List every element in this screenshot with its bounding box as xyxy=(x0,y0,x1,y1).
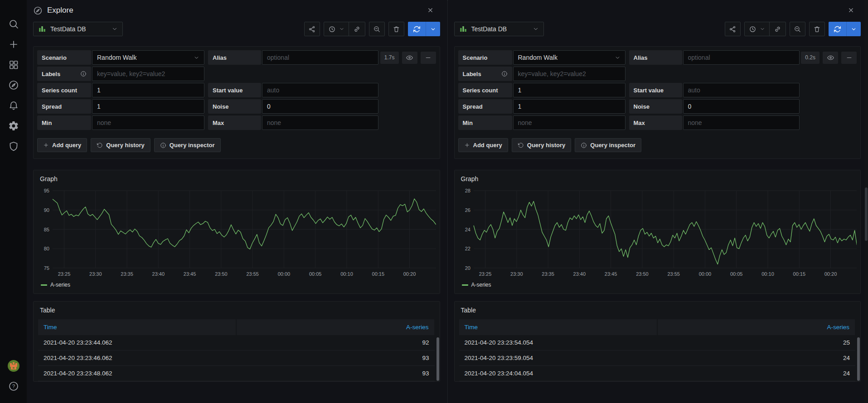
table-scrollbar[interactable] xyxy=(857,337,860,381)
query-history-button[interactable]: Query history xyxy=(512,138,572,152)
series-count-input[interactable] xyxy=(513,83,626,97)
page-scrollbar-thumb[interactable] xyxy=(865,187,868,241)
column-header-time[interactable]: Time xyxy=(459,319,657,335)
timeseries-chart[interactable]: 202224262823:2523:3023:3523:4023:4523:50… xyxy=(457,186,857,279)
refresh-sync-icon xyxy=(834,25,841,33)
svg-text:80: 80 xyxy=(44,246,49,251)
plus-icon[interactable] xyxy=(6,38,21,51)
query-history-button[interactable]: Query history xyxy=(91,138,150,152)
labels-input[interactable] xyxy=(513,67,626,81)
remove-query-button[interactable] xyxy=(841,52,857,64)
run-query-button[interactable] xyxy=(829,22,846,36)
max-input[interactable] xyxy=(262,115,378,130)
scenario-value: Random Walk xyxy=(97,54,136,61)
timeseries-chart[interactable]: 758085909523:2523:3023:3523:4023:4523:50… xyxy=(36,186,436,279)
min-label: Min xyxy=(458,115,512,130)
column-header-a-series[interactable]: A-series xyxy=(657,319,855,335)
search-icon[interactable] xyxy=(6,17,21,31)
user-avatar[interactable] xyxy=(6,359,21,373)
max-input[interactable] xyxy=(683,115,800,130)
alerting-bell-icon[interactable] xyxy=(6,99,21,112)
labels-label-text: Labels xyxy=(463,71,481,77)
help-question-icon[interactable]: ? xyxy=(6,379,21,393)
query-row-labels: Labels xyxy=(37,67,436,81)
zoom-out-button[interactable] xyxy=(369,22,385,36)
start-value-input[interactable] xyxy=(262,83,378,97)
split-share-button[interactable] xyxy=(725,22,741,36)
graph-chart-area[interactable]: 202224262823:2523:3023:3523:4023:4523:50… xyxy=(455,185,861,279)
clear-all-button[interactable] xyxy=(388,22,404,36)
legend-swatch xyxy=(41,284,47,286)
query-history-label: Query history xyxy=(527,142,566,149)
svg-text:23:50: 23:50 xyxy=(636,271,649,277)
split-share-button[interactable] xyxy=(304,22,320,36)
run-query-button[interactable] xyxy=(408,22,426,36)
clock-icon xyxy=(328,25,336,33)
info-circle-icon[interactable] xyxy=(80,71,87,77)
datasource-picker[interactable]: TestData DB xyxy=(454,22,544,36)
time-picker-button[interactable] xyxy=(745,22,769,36)
min-label: Min xyxy=(37,115,91,130)
series-count-input[interactable] xyxy=(92,83,204,97)
chevron-down-icon xyxy=(851,26,857,32)
table-panel-title: Table xyxy=(455,302,861,317)
scenario-select[interactable]: Random Walk xyxy=(92,50,204,65)
svg-text:23:30: 23:30 xyxy=(510,271,523,277)
time-picker-button[interactable] xyxy=(324,22,349,36)
series-count-label: Series count xyxy=(458,83,512,97)
min-input[interactable] xyxy=(513,115,626,130)
query-inspector-button[interactable]: Query inspector xyxy=(575,138,641,152)
alias-input[interactable] xyxy=(262,50,378,65)
remove-query-button[interactable] xyxy=(421,52,436,64)
query-inspector-button[interactable]: Query inspector xyxy=(154,138,221,152)
toggle-visibility-button[interactable] xyxy=(823,52,838,64)
dashboards-grid-icon[interactable] xyxy=(6,58,21,72)
column-header-time[interactable]: Time xyxy=(38,319,236,335)
clear-all-button[interactable] xyxy=(809,22,825,36)
labels-input[interactable] xyxy=(92,67,204,81)
add-query-button[interactable]: Add query xyxy=(458,138,508,152)
run-interval-dropdown[interactable] xyxy=(426,22,440,36)
zoom-out-button[interactable] xyxy=(790,22,805,36)
graph-chart-area[interactable]: 758085909523:2523:3023:3523:4023:4523:50… xyxy=(34,185,440,279)
chevron-down-icon xyxy=(430,26,436,32)
admin-shield-icon[interactable] xyxy=(6,139,21,153)
start-value-input[interactable] xyxy=(683,83,800,97)
column-header-a-series[interactable]: A-series xyxy=(236,319,434,335)
link-absolute-time-button[interactable] xyxy=(349,22,365,36)
run-interval-dropdown[interactable] xyxy=(846,22,861,36)
svg-text:23:45: 23:45 xyxy=(604,271,617,277)
table-scrollbar[interactable] xyxy=(436,337,439,381)
link-absolute-time-button[interactable] xyxy=(769,22,786,36)
spread-input[interactable] xyxy=(513,99,626,114)
explore-compass-icon[interactable] xyxy=(6,78,21,92)
datasource-picker[interactable]: TestData DB xyxy=(33,22,123,36)
svg-text:23:30: 23:30 xyxy=(89,271,102,277)
noise-input[interactable] xyxy=(683,99,800,114)
add-query-button[interactable]: Add query xyxy=(37,138,87,152)
time-range-group xyxy=(324,22,365,36)
svg-text:24: 24 xyxy=(465,227,470,232)
eye-icon xyxy=(406,54,413,62)
graph-panel-title: Graph xyxy=(455,170,861,185)
minus-icon xyxy=(846,54,853,61)
settings-gear-icon[interactable] xyxy=(6,119,21,133)
info-circle-icon[interactable] xyxy=(501,71,508,77)
close-split-icon[interactable] xyxy=(848,7,854,14)
min-input[interactable] xyxy=(92,115,204,130)
alias-input[interactable] xyxy=(683,50,800,65)
alias-label: Alias xyxy=(629,50,682,65)
legend-item[interactable]: A-series xyxy=(34,279,76,293)
legend-item[interactable]: A-series xyxy=(455,279,497,293)
close-split-icon[interactable] xyxy=(427,7,434,14)
noise-label: Noise xyxy=(208,99,261,114)
scenario-select[interactable]: Random Walk xyxy=(513,50,626,65)
spread-input[interactable] xyxy=(92,99,204,114)
scenario-value: Random Walk xyxy=(518,54,558,61)
link-icon xyxy=(774,25,781,33)
svg-text:?: ? xyxy=(12,384,15,389)
toggle-visibility-button[interactable] xyxy=(402,52,417,64)
noise-input[interactable] xyxy=(262,99,378,114)
graph-panel-title: Graph xyxy=(34,170,440,185)
query-row-labels: Labels xyxy=(458,67,857,81)
